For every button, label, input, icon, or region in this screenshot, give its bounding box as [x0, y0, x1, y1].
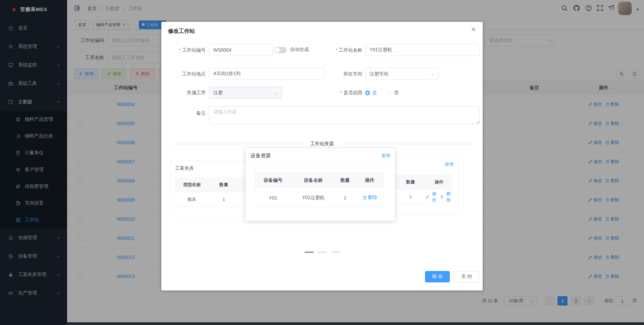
name-input[interactable] — [365, 44, 480, 56]
device-delete-link[interactable]: 删除 — [363, 195, 377, 201]
edit-workstation-dialog: 修改工作站 ✕ 工作站编号 自动生成 工作站名称 工作站地点 所在车间 注塑车间… — [161, 22, 483, 290]
name-label: 工作站名称 — [302, 44, 362, 56]
auto-generate-toggle[interactable] — [274, 47, 287, 53]
remark-label: 备注 — [161, 107, 206, 119]
pencil-icon — [426, 195, 429, 199]
device-card-add-link[interactable]: 新增 — [381, 153, 390, 159]
carousel-dot-3[interactable] — [331, 252, 340, 253]
trash-icon — [363, 196, 367, 200]
location-label: 工作站地点 — [161, 68, 206, 80]
code-input[interactable] — [209, 44, 273, 56]
device-table-row: Y01 Y01注塑机 1 删除 — [255, 188, 384, 207]
code-label: 工作站编号 — [161, 44, 206, 56]
dialog-close-icon[interactable]: ✕ — [471, 26, 476, 33]
trash-icon — [440, 195, 444, 199]
resources-section-title: 工作站资源 — [304, 141, 340, 147]
app-root: 苦糖果MES 首页 系统管理 系统监控 系统工具 主数据 — [0, 0, 644, 325]
process-label: 所属工序 — [161, 87, 206, 99]
carousel-dot-2[interactable] — [318, 252, 327, 253]
chevron-down-icon — [431, 72, 435, 76]
enabled-yes-radio[interactable]: 是 — [365, 90, 377, 96]
radio-icon — [365, 91, 370, 95]
side-card-add-link[interactable]: 新增 — [445, 161, 453, 167]
radio-icon — [387, 91, 391, 95]
save-button[interactable]: 保存 — [425, 271, 450, 282]
workshop-select[interactable]: 注塑车间 — [365, 68, 438, 80]
carousel-indicators — [305, 252, 340, 253]
side-edit-link[interactable]: 修改 — [426, 191, 438, 203]
enabled-no-radio[interactable]: 否 — [387, 90, 398, 96]
remark-textarea[interactable] — [209, 106, 480, 124]
dialog-title: 修改工作站 — [168, 28, 195, 35]
chevron-down-icon — [275, 91, 278, 95]
fixture-card-title: 工装夹具 — [175, 165, 194, 171]
enabled-label: 是否启用 — [302, 87, 362, 99]
device-card-title: 设备资源 — [251, 153, 271, 159]
carousel-dot-1[interactable] — [305, 252, 314, 253]
workshop-label: 所在车间 — [302, 68, 362, 80]
close-button[interactable]: 关闭 — [454, 271, 479, 282]
device-resource-card: 设备资源 新增 设备编号 设备名称 数量 操作 Y01 Y01注塑机 1 删除 — [246, 148, 395, 221]
device-table-header: 设备编号 设备名称 数量 操作 — [255, 172, 384, 188]
side-delete-link[interactable]: 删除 — [440, 191, 452, 203]
process-select[interactable]: 注塑 — [209, 87, 282, 99]
